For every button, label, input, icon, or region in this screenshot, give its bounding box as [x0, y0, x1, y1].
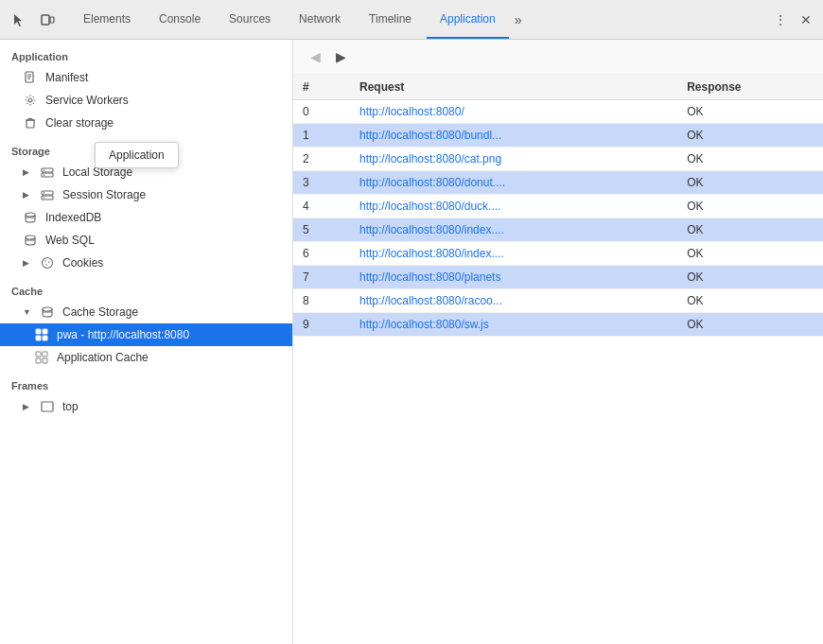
section-title-frames: Frames — [0, 369, 292, 395]
web-sql-icon — [23, 233, 38, 248]
toolbar-end: ⋮ ✕ — [770, 9, 815, 31]
cell-request: http://localhost:8080/racoo... — [350, 289, 677, 313]
nav-forward-btn[interactable]: ▶ — [330, 47, 352, 66]
tab-list: Elements Console Sources Network Timelin… — [70, 0, 526, 39]
sidebar-item-session-storage[interactable]: ▶ Session Storage — [0, 183, 292, 206]
table-row[interactable]: 3http://localhost:8080/donut....OK — [293, 171, 823, 195]
section-title-application: Application — [0, 40, 292, 66]
table-row[interactable]: 6http://localhost:8080/index....OK — [293, 242, 823, 266]
device-icon — [40, 12, 55, 27]
svg-rect-31 — [43, 329, 47, 334]
cache-storage-icon — [40, 305, 55, 320]
table-row[interactable]: 4http://localhost:8080/duck....OK — [293, 195, 823, 218]
tab-elements[interactable]: Elements — [70, 0, 144, 39]
cell-num: 6 — [293, 242, 350, 266]
col-header-response: Response — [677, 75, 823, 100]
cell-request: http://localhost:8080/cat.png — [350, 148, 677, 171]
cell-num: 0 — [293, 100, 350, 124]
cell-num: 7 — [293, 266, 350, 289]
sidebar-item-top-frame[interactable]: ▶ top — [0, 395, 292, 418]
devtools-toolbar: Elements Console Sources Network Timelin… — [0, 0, 823, 40]
cell-response: OK — [677, 100, 823, 124]
table-scroll[interactable]: # Request Response 0http://localhost:808… — [293, 75, 823, 644]
tab-application[interactable]: Application — [427, 0, 509, 39]
cookies-arrow: ▶ — [23, 258, 32, 268]
nav-back-btn[interactable]: ◀ — [305, 47, 326, 66]
cell-response: OK — [677, 289, 823, 313]
cache-storage-arrow: ▼ — [23, 307, 32, 317]
svg-rect-38 — [42, 402, 53, 411]
svg-rect-34 — [36, 352, 41, 357]
col-header-request: Request — [350, 75, 677, 100]
svg-rect-30 — [36, 329, 41, 334]
content-nav: ◀ ▶ — [293, 40, 823, 75]
session-storage-icon — [40, 187, 55, 202]
trash-icon — [23, 115, 38, 131]
svg-rect-7 — [26, 120, 34, 128]
svg-point-26 — [48, 261, 50, 263]
table-row[interactable]: 5http://localhost:8080/index....OK — [293, 218, 823, 242]
sidebar-item-cookies[interactable]: ▶ Cookies — [0, 252, 292, 274]
cell-num: 5 — [293, 218, 350, 242]
svg-rect-32 — [36, 336, 41, 340]
tab-sources[interactable]: Sources — [216, 0, 284, 39]
close-btn[interactable]: ✕ — [797, 9, 815, 31]
svg-point-24 — [43, 258, 53, 269]
cell-request: http://localhost:8080/donut.... — [350, 171, 677, 195]
cell-request: http://localhost:8080/planets — [350, 266, 677, 289]
cell-num: 4 — [293, 195, 350, 218]
sidebar-item-clear-storage[interactable]: Clear storage — [0, 112, 292, 134]
sidebar-item-indexeddb[interactable]: IndexedDB — [0, 206, 292, 229]
sidebar-item-manifest[interactable]: Manifest — [0, 66, 292, 89]
sidebar-item-service-workers[interactable]: Service Workers — [0, 89, 292, 112]
table-row[interactable]: 7http://localhost:8080/planetsOK — [293, 266, 823, 289]
table-row[interactable]: 0http://localhost:8080/OK — [293, 100, 823, 124]
session-storage-arrow: ▶ — [23, 190, 32, 200]
cell-response: OK — [677, 218, 823, 242]
tab-network[interactable]: Network — [286, 0, 354, 39]
cell-num: 3 — [293, 171, 350, 195]
tab-console[interactable]: Console — [146, 0, 214, 39]
cell-response: OK — [677, 171, 823, 195]
cell-request: http://localhost:8080/bundl... — [350, 124, 677, 148]
svg-point-14 — [44, 169, 45, 171]
svg-point-25 — [44, 260, 46, 262]
grid-icon — [34, 327, 49, 342]
device-icon-btn[interactable] — [36, 9, 59, 31]
more-tabs-btn[interactable]: » — [511, 9, 526, 31]
frame-icon — [40, 399, 55, 414]
svg-rect-1 — [50, 17, 54, 23]
local-storage-arrow: ▶ — [23, 167, 32, 177]
svg-point-19 — [44, 197, 45, 199]
indexeddb-icon — [23, 210, 38, 225]
cursor-icon-btn[interactable] — [8, 9, 30, 31]
svg-rect-36 — [36, 358, 41, 363]
tooltip-application: Application — [95, 142, 179, 168]
menu-btn[interactable]: ⋮ — [770, 9, 791, 31]
svg-point-27 — [45, 264, 47, 266]
tab-timeline[interactable]: Timeline — [356, 0, 425, 39]
svg-rect-0 — [42, 15, 49, 25]
cell-num: 2 — [293, 148, 350, 171]
svg-point-6 — [28, 98, 32, 102]
cell-num: 1 — [293, 124, 350, 148]
cell-response: OK — [677, 148, 823, 171]
svg-point-20 — [26, 213, 35, 217]
table-row[interactable]: 9http://localhost:8080/sw.jsOK — [293, 313, 823, 337]
sidebar-item-web-sql[interactable]: Web SQL — [0, 229, 292, 252]
cell-response: OK — [677, 195, 823, 218]
section-title-cache: Cache — [0, 274, 292, 301]
cell-response: OK — [677, 242, 823, 266]
cell-request: http://localhost:8080/sw.js — [350, 313, 677, 337]
table-row[interactable]: 1http://localhost:8080/bundl...OK — [293, 124, 823, 148]
sidebar-item-pwa-cache[interactable]: pwa - http://localhost:8080 — [0, 323, 292, 346]
sidebar-item-cache-storage[interactable]: ▼ Cache Storage — [0, 301, 292, 323]
table-row[interactable]: 2http://localhost:8080/cat.pngOK — [293, 148, 823, 171]
cell-request: http://localhost:8080/duck.... — [350, 195, 677, 218]
svg-rect-33 — [43, 336, 47, 340]
table-row[interactable]: 8http://localhost:8080/racoo...OK — [293, 289, 823, 313]
application-cache-grid-icon — [34, 350, 49, 365]
cell-num: 8 — [293, 289, 350, 313]
sidebar-item-application-cache[interactable]: Application Cache — [0, 346, 292, 369]
cell-request: http://localhost:8080/ — [350, 100, 677, 124]
